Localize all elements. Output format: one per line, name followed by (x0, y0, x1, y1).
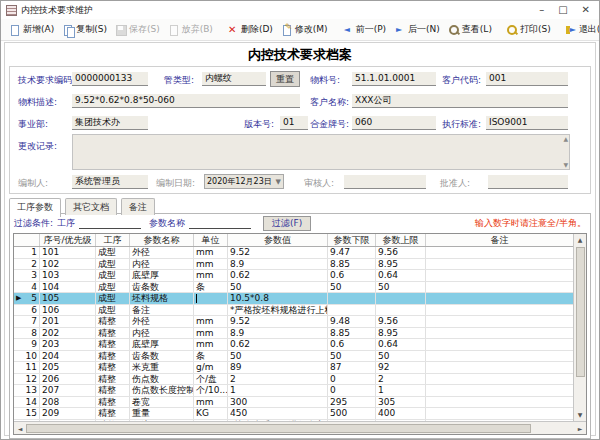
modify-button[interactable]: 修改(M) (277, 20, 332, 39)
table-row[interactable]: 3 103 成型 底壁厚 mm 0.62 0.6 0.64 (14, 270, 573, 282)
tab-remarks[interactable]: 备注 (121, 198, 155, 215)
new-document-icon (9, 24, 21, 36)
next-button[interactable]: 后一(N) (390, 20, 444, 39)
previous-icon (342, 24, 354, 36)
view-icon (448, 24, 460, 36)
table-row[interactable]: 12 206 精整 伤点数 个/盘 2 0 2 (14, 374, 573, 386)
next-button-label: 后一(N) (408, 23, 440, 36)
process-filter-input[interactable] (79, 217, 141, 229)
scroll-up-icon[interactable]: ▲ (563, 136, 568, 142)
customer-code-label: 客户代码: (442, 74, 481, 87)
material-no-field[interactable]: 51.1.01.0001 (352, 72, 436, 86)
table-row[interactable]: 4 104 成型 齿条数 条 50 50 50 (14, 282, 573, 294)
table-row[interactable]: 1 101 成型 外径 mm 9.52 9.47 9.56 (14, 247, 573, 259)
reset-button[interactable]: 重置 (270, 71, 300, 87)
row-number: 14 (26, 397, 37, 408)
previous-button[interactable]: 前一(P) (338, 20, 390, 39)
table-row[interactable]: 13 207 精整 伤点数长度控制 个/10... 1 0 1 (14, 385, 573, 397)
version-field[interactable]: 01 (280, 116, 308, 130)
table-row[interactable]: 8 202 精整 内径 mm 8.9 8.85 8.95 (14, 328, 573, 340)
table-row[interactable]: 15 209 精整 重量 KG 450 500 400 (14, 408, 573, 420)
row-number: 13 (26, 385, 37, 396)
standard-field[interactable]: ISO9001 (486, 116, 568, 130)
maximize-icon[interactable]: □ (558, 1, 567, 19)
row-number: 5 (31, 293, 37, 304)
scroll-right-icon[interactable]: ► (574, 425, 586, 432)
vertical-scroll-thumb[interactable] (576, 247, 585, 377)
view-button[interactable]: 查看(L) (444, 20, 496, 39)
delete-button-label: 删除(D) (241, 23, 273, 36)
tech-code-field[interactable]: 0000000133 (72, 72, 148, 86)
date-combobox[interactable]: 2020年12月23日▼ (204, 174, 284, 189)
customer-code-field[interactable]: 001 (486, 72, 568, 86)
change-log-textarea[interactable]: ▲▼ (72, 134, 570, 170)
save-button[interactable]: 保存(S) (111, 20, 164, 39)
form-panel: 技术要求编码: 0000000133 管类型: 内螺纹 重置 物料号: 51.1… (9, 66, 591, 194)
exit-button[interactable]: 退出(X) (561, 20, 600, 39)
scroll-down-icon[interactable]: ▼ (563, 162, 568, 168)
approver-field[interactable] (488, 175, 568, 189)
col-header-seq: 序号/优先级 (40, 234, 96, 246)
row-number: 1 (31, 247, 37, 258)
pipe-type-field[interactable]: 内螺纹 (202, 72, 266, 86)
discard-button[interactable]: 放弃(B) (164, 20, 217, 39)
alloy-field[interactable]: 060 (352, 116, 436, 130)
table-row[interactable]: ▶5 105 成型 坯料规格 10.5*0.8 (14, 293, 573, 305)
scroll-up-icon[interactable]: ▲ (578, 234, 583, 246)
fullwidth-hint-text: 输入数字时请注意全/半角。 (475, 217, 586, 230)
param-table-body: 1 101 成型 外径 mm 9.52 9.47 9.56 2 102 成型 内… (14, 247, 573, 421)
view-button-label: 查看(L) (462, 23, 492, 36)
next-icon (394, 24, 406, 36)
vertical-scrollbar[interactable]: ▲ ▼ (573, 234, 586, 421)
table-row[interactable]: 2 102 成型 内径 mm 8.9 8.85 8.95 (14, 259, 573, 271)
col-header-selector (14, 234, 40, 246)
scroll-left-icon[interactable]: ◄ (14, 425, 26, 432)
print-icon (506, 24, 518, 36)
col-header-note: 备注 (426, 234, 573, 246)
table-row[interactable]: 11 205 精整 米克重 g/m 89 87 92 (14, 362, 573, 374)
material-desc-field[interactable]: 9.52*0.62*0.8*50-060 (72, 94, 300, 108)
scroll-down-icon[interactable]: ▼ (578, 409, 583, 421)
param-name-filter-input[interactable] (189, 217, 251, 229)
exit-button-label: 退出(X) (579, 23, 600, 36)
minimize-icon[interactable]: – (539, 1, 544, 19)
close-icon[interactable]: ✕ (582, 1, 590, 19)
delete-button[interactable]: 删除(D) (223, 20, 277, 39)
table-row[interactable]: 7 201 精整 外径 mm 9.52 9.48 9.56 (14, 316, 573, 328)
reviewer-field[interactable] (344, 175, 426, 189)
author-field[interactable]: 系统管理员 (72, 175, 148, 189)
tab-other-docs[interactable]: 其它文档 (65, 198, 117, 215)
division-field[interactable]: 集团技术办 (72, 116, 148, 130)
table-row[interactable]: 14 208 精整 卷宽 mm 300 295 305 (14, 397, 573, 409)
date-value: 2020年12月23日 (207, 176, 272, 187)
col-header-lower: 参数下限 (328, 234, 376, 246)
print-button-label: 打印(S) (520, 23, 551, 36)
discard-button-label: 放弃(B) (182, 23, 213, 36)
app-icon (6, 5, 17, 16)
customer-name-field[interactable]: XXX公司 (352, 94, 568, 108)
table-row[interactable]: 9 203 精整 底壁厚 mm 0.62 0.6 0.64 (14, 339, 573, 351)
filter-button[interactable]: 过滤(F) (263, 216, 311, 231)
copy-button[interactable]: 复制(S) (58, 20, 111, 39)
modify-button-label: 修改(M) (295, 23, 328, 36)
text-cursor (196, 294, 197, 303)
row-number: 9 (31, 339, 37, 350)
page-title: 内控技术要求档案 (5, 43, 595, 66)
table-row[interactable]: 6 106 成型 备注 *严格按坯料规格进行上料。 (14, 305, 573, 317)
customer-name-label: 客户名称: (310, 96, 349, 109)
new-button[interactable]: 新增(A) (5, 20, 58, 39)
reviewer-label: 审核人: (304, 177, 334, 190)
process-filter-label: 工序 (57, 217, 75, 230)
edit-icon (281, 24, 293, 36)
filter-bar: 过滤条件: 工序 参数名称 过滤(F) 输入数字时请注意全/半角。 (14, 214, 586, 232)
process-params-panel: 过滤条件: 工序 参数名称 过滤(F) 输入数字时请注意全/半角。 序号/优先级… (9, 213, 591, 439)
col-header-param: 参数名称 (130, 234, 194, 246)
horizontal-scroll-thumb[interactable] (26, 424, 531, 433)
print-button[interactable]: 打印(S) (502, 20, 555, 39)
row-number: 7 (31, 316, 37, 327)
selected-row-marker: ▶ (16, 293, 21, 304)
tab-process-params[interactable]: 工序参数 (9, 198, 61, 217)
table-row[interactable]: 10 204 精整 齿条数 条 50 50 50 (14, 351, 573, 363)
horizontal-scrollbar[interactable]: ◄ ► (14, 421, 586, 434)
row-number: 8 (31, 328, 37, 339)
